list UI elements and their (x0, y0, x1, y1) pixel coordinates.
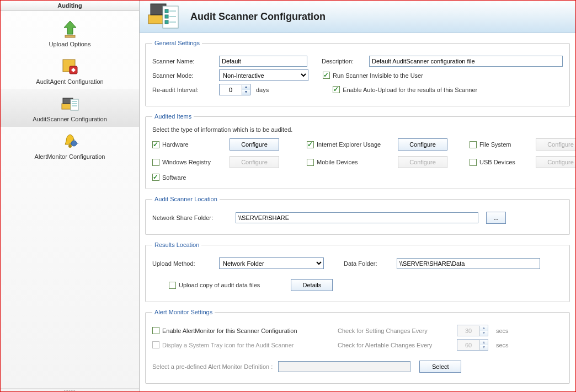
sidebar: Auditing Upload Options AuditAgent Confi… (1, 1, 140, 391)
sidebar-item-label: AlertMonitor Configuration (1, 151, 139, 160)
registry-configure-button: Configure (230, 156, 279, 168)
alerts-legend: Alert Monitor Settings (152, 309, 215, 315)
check-setting-label: Check for Setting Changes Every (338, 327, 454, 334)
sidebar-item-alertmonitor[interactable]: AlertMonitor Configuration (1, 127, 139, 164)
bell-icon (1, 129, 139, 151)
general-legend: General Settings (152, 40, 202, 46)
svg-rect-1 (65, 35, 75, 37)
usb-configure-button: Configure (536, 156, 575, 168)
description-input[interactable] (369, 56, 563, 67)
audited-instruction: Select the type of information which is … (152, 126, 575, 133)
scanner-name-input[interactable] (219, 56, 307, 67)
svg-point-12 (71, 141, 77, 146)
results-legend: Results Location (152, 241, 201, 248)
registry-checkbox[interactable]: Windows Registry (152, 159, 230, 166)
sidebar-item-label: Upload Options (1, 39, 139, 47)
fs-checkbox[interactable]: File System (470, 141, 536, 148)
agent-icon (1, 54, 139, 76)
page-title: Audit Scanner Configuration (190, 11, 326, 23)
data-folder-input[interactable] (397, 258, 540, 269)
nsf-label: Network Share Folder: (152, 214, 232, 221)
ie-configure-button[interactable]: Configure (398, 138, 447, 151)
description-label: Description: (322, 58, 366, 65)
method-label: Upload Method: (152, 260, 216, 267)
location-legend: Audit Scanner Location (152, 196, 220, 202)
secs-label: secs (496, 327, 509, 334)
browse-button[interactable]: ... (486, 212, 506, 224)
sidebar-item-upload-options[interactable]: Upload Options (1, 14, 139, 52)
check-alertable-label: Check for Alertable Changes Every (338, 342, 454, 348)
sidebar-title: Auditing (1, 1, 139, 11)
details-button[interactable]: Details (291, 279, 333, 291)
upload-copy-checkbox[interactable]: Upload copy of audit data files (169, 282, 260, 289)
sidebar-item-auditagent[interactable]: AuditAgent Configuration (1, 52, 139, 89)
svg-point-11 (68, 144, 72, 148)
nsf-input[interactable] (236, 212, 478, 223)
scanner-mode-label: Scanner Mode: (152, 72, 216, 79)
upload-method-select[interactable]: Network Folder (219, 257, 324, 269)
mobile-checkbox[interactable]: Mobile Devices (307, 159, 398, 166)
enable-alertmonitor-checkbox[interactable]: Enable AlertMonitor for this Scanner Con… (152, 327, 334, 334)
svg-rect-18 (165, 20, 168, 24)
svg-marker-0 (64, 21, 76, 34)
usb-checkbox[interactable]: USB Devices (470, 159, 536, 166)
sidebar-item-label: AuditAgent Configuration (1, 76, 139, 85)
predef-label: Select a pre-defined Alert Monitor Defin… (152, 363, 273, 370)
audited-legend: Audited Items (152, 113, 194, 120)
spin-down-icon[interactable]: ▼ (242, 90, 250, 95)
data-folder-label: Data Folder: (344, 260, 393, 267)
svg-rect-7 (71, 99, 78, 110)
alertable-interval-spinner: ▲▼ (457, 339, 488, 351)
svg-rect-16 (165, 9, 168, 13)
setting-interval-spinner: ▲▼ (457, 325, 488, 336)
scanner-name-label: Scanner Name: (152, 58, 216, 65)
scanner-location-group: Audit Scanner Location Network Share Fol… (145, 196, 570, 235)
select-button[interactable]: Select (419, 361, 461, 373)
scanner-icon (1, 92, 139, 114)
run-invisible-checkbox[interactable]: Run Scanner Invisible to the User (323, 72, 423, 79)
systray-checkbox: Display a System Tray icon for the Audit… (152, 341, 334, 348)
alert-monitor-group: Alert Monitor Settings Enable AlertMonit… (145, 309, 570, 384)
sidebar-item-label: AuditScanner Configuration (1, 114, 139, 122)
page-header: Audit Scanner Configuration (140, 1, 575, 33)
audited-items-group: Audited Items Select the type of informa… (145, 113, 575, 189)
reaudit-unit: days (256, 87, 269, 93)
results-location-group: Results Location Upload Method: Network … (145, 241, 570, 302)
hardware-configure-button[interactable]: Configure (230, 138, 279, 151)
reaudit-spinner[interactable]: ▲▼ (219, 84, 250, 95)
auto-upload-checkbox[interactable]: Enable Auto-Upload for the results of th… (333, 86, 477, 93)
secs-label: secs (496, 342, 509, 348)
upload-icon (1, 17, 139, 39)
sidebar-resize-handle[interactable]: ••••••• (1, 388, 139, 391)
predef-input (278, 361, 410, 372)
hardware-checkbox[interactable]: Hardware (152, 141, 230, 148)
reaudit-label: Re-audit Interval: (152, 87, 216, 93)
spin-up-icon[interactable]: ▲ (242, 85, 250, 90)
header-scanner-icon (147, 1, 180, 33)
software-checkbox[interactable]: Software (152, 174, 230, 181)
sidebar-item-auditscanner[interactable]: AuditScanner Configuration (1, 89, 139, 127)
general-settings-group: General Settings Scanner Name: Descripti… (145, 40, 570, 106)
ie-checkbox[interactable]: Internet Explorer Usage (307, 141, 398, 148)
scanner-mode-select[interactable]: Non-Interactive (219, 69, 308, 81)
svg-rect-17 (165, 15, 168, 18)
mobile-configure-button: Configure (398, 156, 447, 168)
fs-configure-button: Configure (536, 138, 575, 151)
